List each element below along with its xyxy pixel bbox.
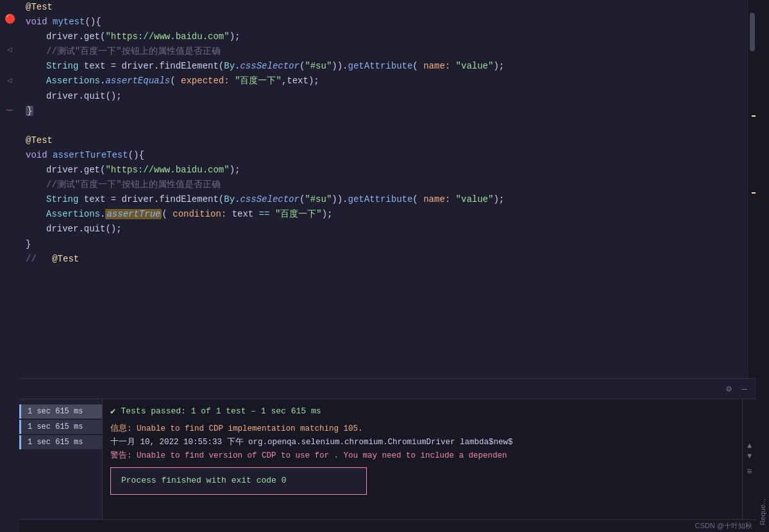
- bottom-content: 1 sec 615 ms 1 sec 615 ms 1 sec 615 ms ✔…: [19, 399, 756, 519]
- main-content: @Test void mytest(){ driver.get("https:/…: [19, 0, 756, 532]
- code-text: driver.quit();: [46, 224, 122, 234]
- test-time-item-2[interactable]: 1 sec 615 ms: [19, 420, 102, 434]
- code-line: Assertions.assertTrue( condition: text =…: [26, 207, 742, 222]
- code-lines: @Test void mytest(){ driver.get("https:/…: [19, 0, 748, 378]
- string-url-2: "https://www.baidu.com": [105, 165, 229, 175]
- code-text: )).: [332, 61, 348, 71]
- code-text: (: [412, 61, 423, 71]
- test-time-item-3[interactable]: 1 sec 615 ms: [19, 435, 102, 449]
- code-line: [26, 119, 742, 133]
- code-text: name:: [423, 194, 450, 204]
- code-line: driver.get("https://www.baidu.com");: [26, 29, 742, 44]
- code-line: String text = driver.findElement(By.cssS…: [26, 59, 742, 74]
- code-text: (: [162, 209, 173, 219]
- code-line: driver.quit();: [26, 222, 742, 237]
- code-text: name:: [423, 61, 450, 71]
- code-line: }: [26, 104, 742, 119]
- code-text: cssSelector: [240, 61, 299, 71]
- scroll-down-button[interactable]: ▼: [747, 453, 752, 460]
- console-line-3: 警告: Unable to find version of CDP to use…: [110, 449, 734, 463]
- scrollbar[interactable]: [748, 0, 756, 378]
- code-text: );: [230, 165, 241, 175]
- code-line: void assertTureTest(){: [26, 148, 742, 163]
- scroll-to-end-button[interactable]: ≡: [747, 467, 752, 477]
- method-mytest: mytest: [53, 17, 85, 27]
- code-text: [270, 209, 275, 219]
- comment-line: //测试"百度一下"按钮上的属性值是否正确: [46, 46, 221, 56]
- code-text: Assertions: [46, 76, 100, 86]
- comment-slash: //: [26, 254, 37, 264]
- method-assertturetest: assertTureTest: [53, 150, 128, 160]
- code-text: );: [230, 31, 241, 42]
- code-text: (: [412, 194, 423, 204]
- annotation-test-commented: @Test: [52, 254, 79, 264]
- console-line-2: 十一月 10, 2022 10:55:33 下午 org.openqa.sele…: [110, 436, 734, 449]
- scroll-marker-yellow-2: [752, 192, 756, 194]
- code-text: );: [493, 61, 504, 71]
- closing-brace: }: [26, 106, 33, 116]
- code-text: [230, 76, 235, 86]
- keyword-void-2: void: [26, 150, 53, 160]
- code-line: //测试"百度一下"按钮上的属性值是否正确: [26, 178, 742, 192]
- code-text: cssSelector: [240, 194, 299, 204]
- minimize-icon[interactable]: —: [739, 383, 750, 395]
- code-text: Assertions: [46, 209, 100, 219]
- code-text: driver.quit();: [46, 91, 122, 101]
- code-text: driver.get(: [46, 31, 105, 42]
- code-text: );: [493, 194, 504, 204]
- code-text: String: [46, 61, 84, 71]
- code-text: )).: [332, 194, 348, 204]
- scroll-controls: ▲ ▼ ≡: [742, 399, 756, 519]
- keyword-void: void: [26, 17, 53, 27]
- code-text: assertTrue: [106, 209, 160, 219]
- wavy-line-icon: 〰: [4, 105, 15, 117]
- code-line: driver.quit();: [26, 89, 742, 104]
- scroll-marker-yellow: [752, 115, 756, 117]
- code-text: By: [224, 194, 235, 204]
- breakpoint-icon-1: 🔴: [4, 13, 15, 24]
- console-output: ✔ Tests passed: 1 of 1 test – 1 sec 615 …: [103, 399, 742, 519]
- csdn-watermark: CSDN @十叶知秋: [19, 519, 756, 532]
- string-value: "value": [456, 61, 494, 71]
- code-line: // @Test: [26, 252, 742, 267]
- console-line-1: 信息: Unable to find CDP implementation ma…: [110, 422, 734, 436]
- code-line: //测试"百度一下"按钮上的属性值是否正确: [26, 44, 742, 59]
- code-line: void mytest(){: [26, 15, 742, 29]
- settings-icon[interactable]: ⚙: [723, 382, 734, 395]
- string-selector: "#su": [305, 61, 332, 71]
- warning-line: 警告: Unable to find version of CDP to use…: [110, 451, 507, 460]
- scroll-up-button[interactable]: ▲: [747, 442, 752, 450]
- code-text: String: [46, 194, 84, 204]
- annotation-test-2: @Test: [26, 135, 53, 145]
- pass-checkmark-icon: ✔: [110, 404, 115, 419]
- right-sidebar-label: Reque...: [759, 499, 766, 526]
- code-text: (: [170, 76, 181, 86]
- code-line: String text = driver.findElement(By.cssS…: [26, 192, 742, 207]
- operator-equal: ==: [259, 209, 270, 219]
- bottom-toolbar: ⚙ —: [19, 379, 756, 399]
- code-text: [450, 61, 455, 71]
- code-line: @Test: [26, 133, 742, 148]
- test-time-sidebar: 1 sec 615 ms 1 sec 615 ms 1 sec 615 ms: [19, 399, 103, 519]
- scrollbar-thumb[interactable]: [750, 13, 755, 51]
- code-text: [450, 194, 455, 204]
- nav-icon-1: ◁: [4, 44, 15, 55]
- code-line: }: [26, 237, 742, 252]
- code-text: By: [224, 61, 235, 71]
- code-text: (){: [85, 17, 101, 27]
- string-expected: "百度一下": [235, 76, 282, 86]
- console-header: ✔ Tests passed: 1 of 1 test – 1 sec 615 …: [110, 404, 734, 419]
- code-text: assertTrue: [105, 209, 162, 219]
- log-line: 十一月 10, 2022 10:55:33 下午 org.openqa.sele…: [110, 438, 513, 447]
- string-value-2: "value": [456, 194, 494, 204]
- string-value-3: "百度一下": [275, 209, 322, 219]
- annotation-test-1: @Test: [26, 2, 53, 12]
- code-text: assertEquals: [105, 76, 170, 86]
- code-text: getAttribute: [348, 194, 413, 204]
- code-line: driver.get("https://www.baidu.com");: [26, 163, 742, 178]
- code-text: expected:: [181, 76, 230, 86]
- code-text: getAttribute: [348, 61, 413, 71]
- test-time-item-1[interactable]: 1 sec 615 ms: [19, 404, 102, 419]
- code-text: text = driver.findElement(: [84, 194, 224, 204]
- string-selector-2: "#su": [305, 194, 332, 204]
